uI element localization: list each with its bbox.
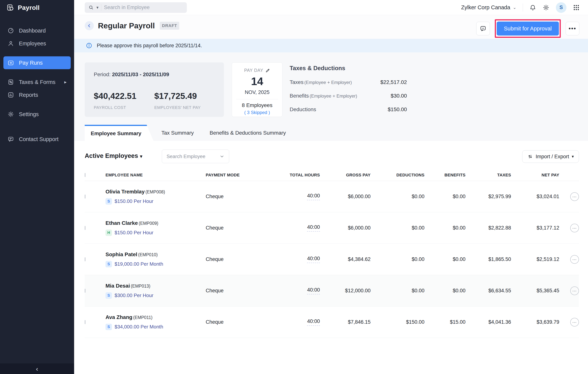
taxes-deductions-block: Taxes & Deductions Taxes (Employee + Emp…: [290, 65, 407, 113]
payroll-logo-icon: [6, 4, 14, 11]
chevron-down-icon: ⌄: [513, 5, 516, 10]
row-menu-button[interactable]: ...: [570, 224, 579, 232]
total-hours-value[interactable]: 40:00: [307, 256, 320, 263]
submit-for-approval-button[interactable]: Submit for Approval: [497, 21, 559, 36]
sidebar-item-dashboard[interactable]: Dashboard: [3, 24, 71, 37]
topbar: ▾ Zylker Corp Canada ⌄: [74, 0, 588, 15]
contact-support-icon: [8, 136, 14, 142]
summary-section: Period: 2025/11/03 - 2025/11/09 $40,422.…: [74, 52, 588, 141]
tab-benefits-deductions-summary[interactable]: Benefits & Deductions Summary: [202, 125, 294, 141]
payroll-cost-label: PAYROLL COST: [94, 105, 154, 110]
app-title: Payroll: [18, 4, 40, 11]
sidebar-item-taxes-forms[interactable]: Taxes & Forms ▸: [3, 76, 71, 88]
sidebar-item-label: Taxes & Forms: [19, 79, 55, 85]
avatar-letter: S: [559, 5, 563, 10]
user-avatar[interactable]: S: [556, 2, 567, 13]
employee-name-link[interactable]: Ethan Clarke: [105, 220, 138, 226]
row-checkbox[interactable]: [85, 195, 85, 198]
notifications-bell-icon[interactable]: [529, 4, 536, 11]
row-menu-button[interactable]: ...: [570, 318, 579, 327]
pencil-edit-icon[interactable]: [265, 68, 270, 73]
import-export-button[interactable]: Import / Export ▾: [522, 150, 579, 163]
search-scope-caret-icon[interactable]: ▾: [96, 5, 98, 10]
topbar-divider: [523, 4, 523, 11]
import-export-icon: [527, 154, 533, 159]
sidebar-item-settings[interactable]: Settings: [3, 108, 71, 121]
banner-text: Please approve this payroll before 2025/…: [97, 43, 202, 49]
payday-day: 14: [232, 75, 282, 88]
salary-type-badge: S: [105, 198, 112, 205]
page-header: Regular Payroll DRAFT Submit for Approva…: [74, 15, 588, 39]
salary-type-badge: S: [105, 324, 112, 330]
employee-name-link[interactable]: Mia Desai: [105, 283, 130, 289]
period-value: 2025/11/03 - 2025/11/09: [112, 72, 169, 77]
sidebar-item-label: Reports: [19, 92, 38, 98]
apps-grid-icon[interactable]: [573, 4, 580, 11]
row-checkbox[interactable]: [85, 226, 85, 230]
reports-icon: [8, 92, 14, 98]
tax-row: Taxes (Employee + Employer) $22,517.02: [290, 79, 407, 85]
employee-search-select[interactable]: Search Employee: [162, 150, 229, 163]
hourly-type-badge: H: [105, 229, 112, 236]
row-menu-button[interactable]: ...: [570, 192, 579, 201]
row-checkbox[interactable]: [85, 289, 85, 293]
search-input[interactable]: [104, 5, 183, 10]
app-logo-header: Payroll: [0, 0, 74, 15]
employee-table: EMPLOYEE NAME PAYMENT MODE TOTAL HOURS G…: [85, 169, 579, 338]
taxes-forms-icon: [8, 79, 14, 85]
total-hours-value[interactable]: 40:00: [307, 318, 320, 326]
employee-name-link[interactable]: Ava Zhang: [105, 314, 132, 320]
comment-button[interactable]: [476, 22, 490, 35]
approval-banner: Please approve this payroll before 2025/…: [74, 39, 588, 52]
tax-row: Benefits (Employee + Employer) $30.00: [290, 93, 407, 99]
select-all-checkbox[interactable]: [85, 173, 85, 177]
search-divider: [101, 4, 101, 11]
active-employees-filter[interactable]: Active Employees▾: [85, 152, 142, 159]
back-button[interactable]: [85, 21, 94, 30]
employee-name-link[interactable]: Olivia Tremblay: [105, 189, 145, 195]
total-hours-value[interactable]: 40:00: [307, 287, 320, 294]
employee-summary-content: Active Employees▾ Search Employee Imp: [74, 141, 588, 374]
total-hours-value[interactable]: 40:00: [307, 193, 320, 200]
sidebar-item-pay-runs[interactable]: Pay Runs: [3, 56, 71, 69]
dashboard-icon: [8, 27, 14, 34]
sidebar-item-label: Pay Runs: [19, 60, 43, 66]
status-badge: DRAFT: [160, 22, 179, 30]
row-menu-button[interactable]: ...: [570, 286, 579, 295]
tab-employee-summary[interactable]: Employee Summary: [85, 125, 154, 141]
sidebar-item-employees[interactable]: Employees: [3, 37, 71, 50]
payday-month-year: NOV, 2025: [232, 89, 282, 95]
org-name: Zylker Corp Canada: [461, 4, 510, 10]
search-icon: [88, 5, 94, 10]
settings-gear-icon[interactable]: [543, 4, 549, 11]
salary-type-badge: S: [105, 292, 112, 299]
sidebar-item-contact-support[interactable]: Contact Support: [3, 133, 71, 145]
payday-label: PAY DAY: [244, 68, 263, 73]
sidebar-collapse-button[interactable]: ‹: [0, 364, 74, 374]
caret-down-icon: ▾: [572, 154, 574, 159]
settings-gear-icon: [8, 111, 14, 117]
global-search[interactable]: ▾: [85, 2, 187, 13]
period-label: Period:: [94, 72, 111, 77]
net-pay-label: EMPLOYEES' NET PAY: [154, 105, 215, 110]
table-row: Ava Zhang (EMP011) S $34,000.00 Per Mont…: [85, 306, 579, 338]
total-hours-value[interactable]: 40:00: [307, 224, 320, 232]
tab-tax-summary[interactable]: Tax Summary: [154, 125, 202, 141]
row-checkbox[interactable]: [85, 320, 85, 324]
table-row: Mia Desai (EMP013) S $300.00 Per Hour Ch…: [85, 275, 579, 306]
summary-tabs: Employee Summary Tax Summary Benefits & …: [85, 125, 294, 141]
sidebar-item-reports[interactable]: Reports: [3, 88, 71, 101]
sidebar-item-label: Settings: [19, 111, 39, 117]
org-switcher[interactable]: Zylker Corp Canada ⌄: [461, 4, 516, 10]
more-options-button[interactable]: •••: [566, 22, 579, 35]
row-menu-button[interactable]: ...: [570, 255, 579, 264]
row-checkbox[interactable]: [85, 257, 85, 261]
page-title: Regular Payroll: [98, 21, 155, 30]
collapse-chevron-icon: ‹: [36, 365, 38, 373]
sidebar: Payroll Dashboard Employees: [0, 0, 74, 374]
table-header-row: EMPLOYEE NAME PAYMENT MODE TOTAL HOURS G…: [85, 169, 579, 181]
payday-card: PAY DAY 14 NOV, 2025 8 Employees ( 3 Ski…: [232, 62, 283, 117]
skipped-employees-link[interactable]: ( 3 Skipped ): [232, 110, 282, 115]
employee-name-link[interactable]: Sophia Patel: [105, 251, 137, 257]
sidebar-nav: Dashboard Employees Pay Runs: [0, 24, 74, 145]
